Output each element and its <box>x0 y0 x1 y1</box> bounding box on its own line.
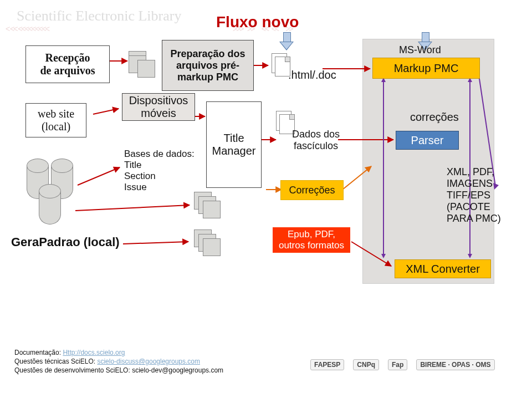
logo-bireme: BIREME · OPAS · OMS <box>416 359 494 370</box>
label-correcoes: correções <box>410 111 459 124</box>
footer-doc-label: Documentação: <box>14 349 63 356</box>
box-epub: Epub, PDF, outros formatos <box>273 227 350 253</box>
logo-fapesp: FAPESP <box>310 359 344 370</box>
box-recepcao: Recepção de arquivos <box>25 45 110 83</box>
text: fascículos <box>288 140 344 152</box>
svg-line-4 <box>123 242 188 244</box>
footer: Documentação: Http://docs.scielo.org Que… <box>14 348 223 375</box>
text: Section <box>124 171 213 182</box>
text: arquivos pré- <box>176 60 239 72</box>
label-xml-output: XML, PDF, IMAGENS TIFF/EPS (PACOTE PARA … <box>447 166 524 224</box>
arrow-down-icon <box>279 32 294 51</box>
box-dispositivos: Dispositivos móveis <box>122 93 195 121</box>
text: outros formatos <box>279 240 344 251</box>
text: Dispositivos <box>129 94 188 107</box>
text: PARA PMC) <box>447 213 524 224</box>
footer-logos: FAPESP CNPq Fap BIREME · OPAS · OMS <box>310 359 495 370</box>
text: (local) <box>42 120 70 133</box>
box-title-manager: Title Manager <box>206 101 262 188</box>
text: Title <box>223 132 244 145</box>
text: web site <box>38 108 74 120</box>
text: Recepção <box>45 52 90 64</box>
text: Preparação dos <box>170 48 245 60</box>
label-msword: MS-Word <box>399 44 441 56</box>
watermark-chevrons-left: < << <<<<<<<<< <box>6 24 49 33</box>
footer-q1-label: Questões técnicas SciELO: <box>14 358 97 365</box>
box-correcoes: Correções <box>280 180 344 200</box>
footer-doc-link[interactable]: Http://docs.scielo.org <box>63 349 125 356</box>
svg-line-3 <box>75 205 190 211</box>
footer-q2-text: scielo-dev@googlegroups.com <box>132 366 223 374</box>
footer-q2-label: Questões de desenvolvimento SciELO: <box>14 366 132 374</box>
bases-de-dados: Bases de dados: Title Section Issue <box>124 149 213 193</box>
box-preparacao: Preparação dos arquivos pré- markup PMC <box>162 40 254 91</box>
page-title: Fluxo novo <box>216 13 299 31</box>
logo-cnpq: CNPq <box>353 359 379 370</box>
text: Title <box>124 160 213 171</box>
cylinder-icon <box>39 191 60 224</box>
watermark-text: Scientific Electronic Library <box>17 8 181 24</box>
box-website: web site (local) <box>25 103 86 137</box>
text: XML, PDF, <box>447 166 524 178</box>
text: Dados dos <box>288 129 344 140</box>
svg-line-1 <box>93 109 119 114</box>
text: markup PMC <box>177 72 238 83</box>
box-parser: Parser <box>396 131 459 150</box>
label-dados: Dados dos fascículos <box>288 129 344 152</box>
text: Bases de dados: <box>124 149 213 160</box>
label-gerapadrao: GeraPadrao (local) <box>11 235 120 249</box>
text: IMAGENS <box>447 178 524 190</box>
text: (PACOTE <box>447 201 524 213</box>
text: Manager <box>212 145 256 157</box>
svg-line-2 <box>78 167 120 185</box>
text: móveis <box>141 107 176 120</box>
text: Issue <box>124 182 213 193</box>
box-markup-pmc: Markup PMC <box>372 58 480 79</box>
text: TIFF/EPS <box>447 190 524 201</box>
box-xml-converter: XML Converter <box>395 259 491 278</box>
text: de arquivos <box>40 64 95 77</box>
logo-fap: Fap <box>388 359 407 370</box>
text: Epub, PDF, <box>288 229 335 240</box>
footer-q1-link[interactable]: scielo-discuss@googlegroups.com <box>97 358 200 365</box>
label-html-doc: .html/.doc <box>288 69 336 81</box>
